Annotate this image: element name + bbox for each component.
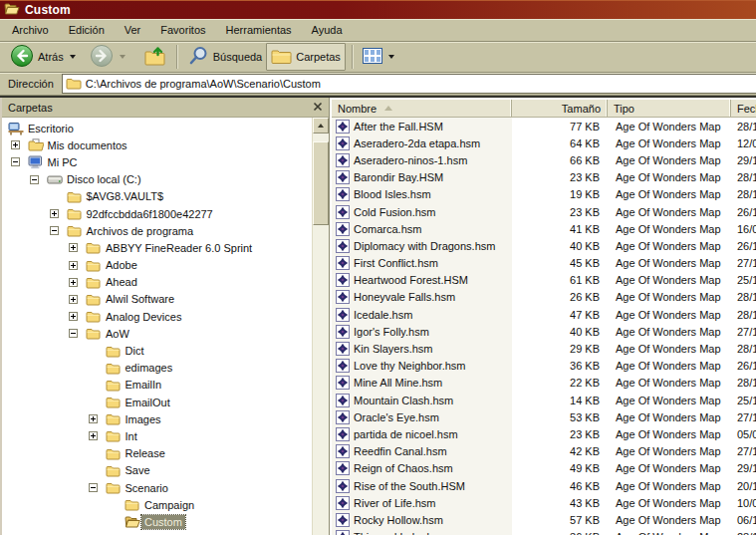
expander-plus-icon[interactable]	[89, 431, 98, 440]
file-name: Reign of Chaos.hsm	[354, 462, 453, 474]
table-row[interactable]: River of Life.hsm43 KBAge Of Wonders Map…	[332, 494, 756, 511]
views-dropdown-caret-icon[interactable]	[388, 55, 394, 59]
tree-item[interactable]	[2, 531, 312, 535]
tree-scrollbar[interactable]	[312, 118, 329, 535]
menu-archivo[interactable]: Archivo	[2, 20, 59, 40]
tree-item[interactable]: Dict	[2, 342, 312, 359]
table-row[interactable]: Kin Slayers.hsm29 KBAge Of Wonders Map28…	[332, 340, 756, 357]
expander-plus-icon[interactable]	[69, 261, 78, 270]
up-button[interactable]	[139, 43, 170, 71]
expander-minus-icon[interactable]	[89, 483, 98, 492]
expander-plus-icon[interactable]	[69, 295, 78, 304]
tree-item[interactable]: Images	[2, 410, 312, 427]
cell-size: 45 KB	[512, 255, 608, 272]
table-row[interactable]: Rise of the South.HSM46 KBAge Of Wonders…	[332, 477, 756, 494]
menu-edicion[interactable]: Edición	[59, 20, 115, 40]
menu-favoritos[interactable]: Favoritos	[150, 20, 215, 40]
expander-minus-icon[interactable]	[30, 175, 39, 184]
expander-plus-icon[interactable]	[69, 243, 78, 252]
table-row[interactable]: Honeyvale Falls.hsm26 KBAge Of Wonders M…	[332, 289, 756, 306]
tree-item[interactable]: Archivos de programa	[2, 222, 312, 239]
table-row[interactable]: Blood Isles.hsm19 KBAge Of Wonders Map28…	[332, 186, 756, 203]
tree-item[interactable]: Disco local (C:)	[2, 171, 312, 188]
expander-plus-icon[interactable]	[69, 278, 78, 287]
tree-item[interactable]: Analog Devices	[2, 308, 312, 325]
folder-icon	[106, 429, 123, 442]
tree-item[interactable]: EmailOut	[2, 394, 312, 410]
table-row[interactable]: Love thy Neighbor.hsm36 KBAge Of Wonders…	[332, 358, 756, 375]
table-row[interactable]: Barondir Bay.HSM23 KBAge Of Wonders Map2…	[332, 169, 756, 186]
indent-spacer	[2, 504, 125, 505]
indent-spacer	[2, 213, 50, 214]
table-row[interactable]: Icedale.hsm47 KBAge Of Wonders Map28/1	[332, 306, 756, 323]
tree-item[interactable]: edimages	[2, 360, 312, 377]
expander-plus-icon[interactable]	[50, 209, 59, 218]
table-row[interactable]: Rocky Hollow.hsm57 KBAge Of Wonders Map0…	[332, 511, 756, 528]
folder-icon	[106, 481, 123, 494]
views-button[interactable]	[359, 43, 398, 71]
tree-item[interactable]: Scenario	[2, 479, 312, 496]
expander-minus-icon[interactable]	[50, 226, 59, 235]
table-row[interactable]: Aseradero-ninos-1.hsm66 KBAge Of Wonders…	[332, 151, 756, 168]
table-row[interactable]: First Conflict.hsm45 KBAge Of Wonders Ma…	[332, 255, 756, 272]
table-row[interactable]: After the Fall.HSM77 KBAge Of Wonders Ma…	[332, 118, 756, 134]
table-row[interactable]: Aseradero-2da etapa.hsm64 KBAge Of Wonde…	[332, 134, 756, 151]
menu-ayuda[interactable]: Ayuda	[302, 20, 353, 40]
tree-item[interactable]: ABBYY FineReader 6.0 Sprint	[2, 239, 312, 256]
tree-item[interactable]: EmailIn	[2, 377, 312, 394]
folders-button[interactable]: Carpetas	[266, 43, 346, 71]
tree-item[interactable]: Alwil Software	[2, 291, 312, 308]
file-name: River of Life.hsm	[354, 497, 436, 509]
table-row[interactable]: Reedfin Canal.hsm42 KBAge Of Wonders Map…	[332, 443, 756, 460]
tree-item[interactable]: $AVG8.VAULT$	[2, 188, 312, 205]
table-row[interactable]: Diplomacy with Dragons.hsm40 KBAge Of Wo…	[332, 237, 756, 254]
table-row[interactable]: Mountain Clash.hsm14 KBAge Of Wonders Ma…	[332, 392, 756, 408]
search-button[interactable]: Búsqueda	[183, 43, 267, 71]
close-icon[interactable]	[313, 102, 323, 114]
back-dropdown-caret-icon[interactable]	[70, 55, 76, 59]
expander-minus-icon[interactable]	[11, 157, 20, 166]
expander-plus-icon[interactable]	[69, 312, 78, 321]
indent-spacer	[2, 333, 69, 334]
expander-plus-icon[interactable]	[89, 414, 98, 423]
expander-minus-icon[interactable]	[69, 329, 78, 338]
table-row[interactable]: Comarca.hsm41 KBAge Of Wonders Map16/0	[332, 220, 756, 237]
address-input[interactable]: C:\Archivos de programa\AoW\Scenario\Cus…	[62, 74, 756, 94]
cell-date: 26/1	[731, 237, 756, 254]
tree-item[interactable]: Mi PC	[2, 153, 312, 170]
tree-item[interactable]: Mis documentos	[2, 136, 312, 153]
table-row[interactable]: Thinreed Lake.hsm36 KBAge Of Wonders Map…	[332, 529, 756, 535]
menu-herramientas[interactable]: Herramientas	[216, 20, 302, 40]
menu-ver[interactable]: Ver	[115, 20, 151, 40]
tree-item[interactable]: Custom	[2, 513, 312, 530]
tree-item[interactable]: Campaign	[2, 496, 312, 513]
column-header-tamano[interactable]: Tamaño	[512, 100, 608, 117]
table-row[interactable]: Igor's Folly.hsm40 KBAge Of Wonders Map2…	[332, 323, 756, 340]
tree-item[interactable]: AoW	[2, 325, 312, 342]
column-header-tipo[interactable]: Tipo	[608, 100, 731, 117]
tree-item[interactable]: Release	[2, 445, 312, 462]
table-row[interactable]: partida de nicoel.hsm23 KBAge Of Wonders…	[332, 425, 756, 442]
column-header-fecha[interactable]: Fech	[731, 100, 756, 117]
table-row[interactable]: Cold Fusion.hsm23 KBAge Of Wonders Map26…	[332, 203, 756, 220]
tree-item[interactable]: Save	[2, 462, 312, 479]
scroll-up-button[interactable]	[313, 118, 329, 134]
cell-name: Kin Slayers.hsm	[332, 340, 512, 357]
tree-item[interactable]: Adobe	[2, 257, 312, 274]
table-row[interactable]: Oracle's Eye.hsm53 KBAge Of Wonders Map2…	[332, 408, 756, 425]
tree-item[interactable]: Ahead	[2, 274, 312, 291]
forward-dropdown-caret-icon[interactable]	[120, 55, 126, 59]
forward-button[interactable]	[86, 43, 129, 71]
table-row[interactable]: Reign of Chaos.hsm49 KBAge Of Wonders Ma…	[332, 460, 756, 477]
table-row[interactable]: Heartwood Forest.HSM61 KBAge Of Wonders …	[332, 272, 756, 289]
tree-item[interactable]: Escritorio	[2, 120, 312, 136]
tree-item[interactable]: 92dfccbdda6f1800e42277	[2, 205, 312, 222]
scrollbar-thumb[interactable]	[313, 141, 329, 225]
back-button[interactable]: Atrás	[6, 43, 80, 71]
cell-date: 25/1	[731, 272, 756, 289]
tree-item[interactable]: Int	[2, 427, 312, 444]
expander-plus-icon[interactable]	[11, 140, 20, 149]
column-header-nombre[interactable]: Nombre	[332, 100, 512, 117]
table-row[interactable]: Mine All Mine.hsm22 KBAge Of Wonders Map…	[332, 375, 756, 392]
file-name: Mine All Mine.hsm	[354, 377, 442, 389]
